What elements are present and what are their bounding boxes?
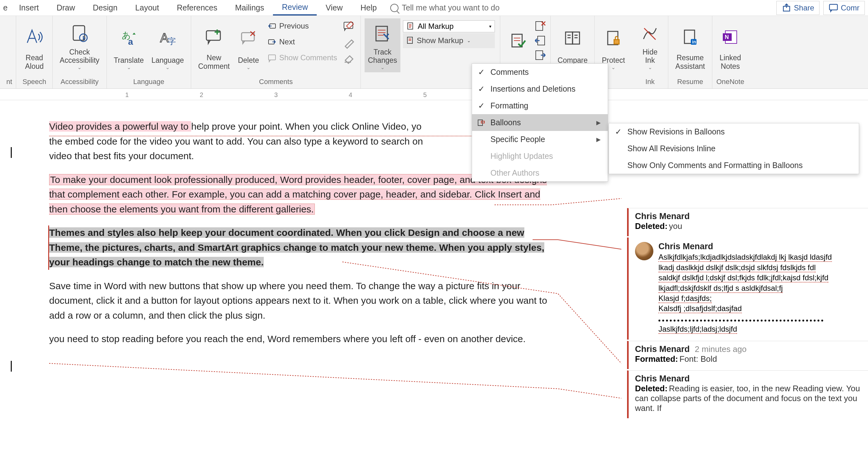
check-accessibility-button[interactable]: Check Accessibility ⌄ bbox=[56, 19, 102, 72]
tab-draw[interactable]: Draw bbox=[48, 0, 84, 15]
show-comments-button[interactable]: Show Comments bbox=[264, 50, 340, 65]
show-comments-icon bbox=[267, 53, 277, 62]
ruler-mark: 1 bbox=[125, 91, 129, 99]
markup-item-formatting[interactable]: ✓ Formatting bbox=[472, 97, 608, 114]
svg-rect-24 bbox=[614, 40, 619, 44]
prev-change-icon[interactable] bbox=[534, 35, 547, 46]
previous-comment-label: Previous bbox=[279, 22, 309, 30]
balloons-option-label: Show Revisions in Balloons bbox=[627, 127, 725, 136]
pen-icon[interactable] bbox=[343, 36, 355, 49]
revision-label: Formatted: bbox=[635, 354, 678, 364]
revision-formatted[interactable]: Chris Menard 2 minutes ago Formatted: Fo… bbox=[627, 341, 868, 369]
comments-pane-button[interactable]: Comr bbox=[823, 1, 865, 15]
linked-notes-button[interactable]: N Linked Notes bbox=[716, 19, 745, 72]
balloons-option-show-in-balloons[interactable]: ✓ Show Revisions in Balloons bbox=[609, 123, 859, 140]
ribbon: nt Read Aloud Speech Che bbox=[0, 16, 868, 89]
markup-item-balloons[interactable]: Balloons ▶ bbox=[472, 114, 608, 131]
markup-item-label: Comments bbox=[490, 67, 529, 77]
p1-highlight: Video provides a powerful way to bbox=[49, 121, 191, 132]
revision-label: Deleted: bbox=[635, 221, 668, 231]
p1-line3: video that best fits your document. bbox=[49, 151, 194, 161]
tab-layout[interactable]: Layout bbox=[126, 0, 168, 15]
read-aloud-button[interactable]: Read Aloud bbox=[20, 19, 49, 72]
revision-author: Chris Menard bbox=[658, 241, 832, 252]
reject-icon[interactable] bbox=[534, 20, 547, 32]
markup-item-other-authors: Other Authors bbox=[472, 164, 608, 181]
paragraph-3[interactable]: Themes and styles also help keep your do… bbox=[48, 225, 552, 270]
revision-deleted-1[interactable]: Chris Menard Deleted: you bbox=[627, 208, 868, 236]
p4-text: Save time in Word with new buttons that … bbox=[49, 281, 547, 320]
paragraph-5[interactable]: you need to stop reading before you reac… bbox=[49, 332, 552, 347]
new-comment-label: New Comment bbox=[198, 54, 230, 70]
track-changes-label: Track Changes bbox=[368, 48, 397, 65]
tab-view[interactable]: View bbox=[317, 0, 351, 15]
svg-text:in: in bbox=[692, 39, 696, 44]
markup-item-label: Insertions and Deletions bbox=[490, 84, 576, 94]
horizontal-ruler[interactable]: 1 2 3 4 5 bbox=[0, 89, 868, 100]
document-page[interactable]: Video provides a powerful way to help pr… bbox=[0, 100, 552, 468]
next-comment-button[interactable]: Next bbox=[264, 34, 340, 50]
ruler-mark: 3 bbox=[274, 91, 278, 99]
ruler-mark: 4 bbox=[349, 91, 352, 99]
group-fragment-label: nt bbox=[6, 76, 12, 87]
tab-mailings[interactable]: Mailings bbox=[226, 0, 273, 15]
balloons-option-label: Show All Revisions Inline bbox=[627, 144, 715, 153]
translate-icon: あ a bbox=[119, 29, 138, 48]
group-onenote-label: OneNote bbox=[716, 76, 745, 87]
show-markup-dropdown: ✓ Comments ✓ Insertions and Deletions ✓ … bbox=[472, 63, 608, 182]
tab-insert[interactable]: Insert bbox=[10, 0, 48, 15]
revision-author: Chris Menard bbox=[635, 212, 862, 221]
balloons-option-comments-formatting[interactable]: Show Only Comments and Formatting in Bal… bbox=[609, 157, 859, 174]
markup-doc-icon bbox=[406, 22, 415, 30]
check-icon: ✓ bbox=[614, 127, 622, 136]
group-ink: Hide Ink ⌄ Ink bbox=[632, 16, 668, 89]
revision-deleted-2[interactable]: Chris Menard Deleted: Reading is easier,… bbox=[627, 370, 868, 418]
new-comment-icon bbox=[205, 28, 223, 46]
tab-help[interactable]: Help bbox=[351, 0, 385, 15]
tab-references[interactable]: References bbox=[168, 0, 226, 15]
check-accessibility-label: Check Accessibility bbox=[60, 48, 99, 65]
share-button[interactable]: Share bbox=[776, 1, 819, 15]
markup-item-insertions-deletions[interactable]: ✓ Insertions and Deletions bbox=[472, 81, 608, 97]
new-comment-button[interactable]: New Comment bbox=[195, 19, 233, 72]
paragraph-4[interactable]: Save time in Word with new buttons that … bbox=[49, 279, 552, 323]
search-icon bbox=[390, 4, 399, 12]
balloons-submenu: ✓ Show Revisions in Balloons Show All Re… bbox=[609, 123, 859, 174]
next-change-icon[interactable] bbox=[534, 50, 547, 61]
svg-rect-18 bbox=[536, 22, 543, 30]
group-comments: New Comment Delete ⌄ Previous bbox=[191, 16, 361, 89]
tab-review[interactable]: Review bbox=[273, 0, 317, 15]
svg-text:N: N bbox=[725, 34, 729, 40]
markup-item-comments[interactable]: ✓ Comments bbox=[472, 64, 608, 81]
tell-me-search[interactable]: Tell me what you want to do bbox=[390, 3, 500, 12]
track-changes-button[interactable]: Track Changes ⌄ bbox=[365, 19, 400, 72]
caret-icon: ⌄ bbox=[648, 65, 652, 70]
language-button[interactable]: A 字 Language ⌄ bbox=[148, 19, 187, 72]
resume-assistant-button[interactable]: in Resume Assistant bbox=[672, 19, 708, 72]
onenote-icon: N bbox=[721, 28, 739, 46]
caret-icon: ⌄ bbox=[78, 65, 82, 70]
svg-rect-12 bbox=[269, 55, 276, 60]
tab-design[interactable]: Design bbox=[84, 0, 126, 15]
previous-icon bbox=[267, 21, 277, 31]
dotted-row bbox=[658, 318, 823, 321]
submenu-arrow-icon: ▶ bbox=[596, 119, 601, 126]
markup-item-label: Specific People bbox=[490, 135, 545, 144]
read-aloud-icon bbox=[24, 27, 44, 47]
share-icon bbox=[782, 3, 791, 13]
translate-button[interactable]: あ a Translate ⌄ bbox=[111, 19, 147, 72]
markup-item-specific-people[interactable]: Specific People ▶ bbox=[472, 131, 608, 148]
show-markup-button[interactable]: Show Markup ⌄ bbox=[403, 33, 495, 48]
revision-comment[interactable]: Chris Menard Aslkjfdlkjafs;lkdjadlkjdsla… bbox=[627, 238, 868, 340]
avatar bbox=[635, 242, 653, 260]
check-icon: ✓ bbox=[477, 101, 485, 110]
submenu-arrow-icon: ▶ bbox=[596, 136, 601, 143]
tell-me-placeholder: Tell me what you want to do bbox=[402, 3, 500, 12]
previous-comment-button[interactable]: Previous bbox=[264, 19, 340, 34]
ink-comment-icon[interactable] bbox=[343, 20, 355, 33]
delete-comment-button[interactable]: Delete ⌄ bbox=[234, 19, 263, 72]
balloons-option-inline[interactable]: Show All Revisions Inline bbox=[609, 140, 859, 157]
eraser-icon[interactable] bbox=[343, 52, 355, 65]
hide-ink-button[interactable]: Hide Ink ⌄ bbox=[636, 19, 664, 72]
markup-display-select[interactable]: All Markup ▾ bbox=[403, 20, 495, 32]
